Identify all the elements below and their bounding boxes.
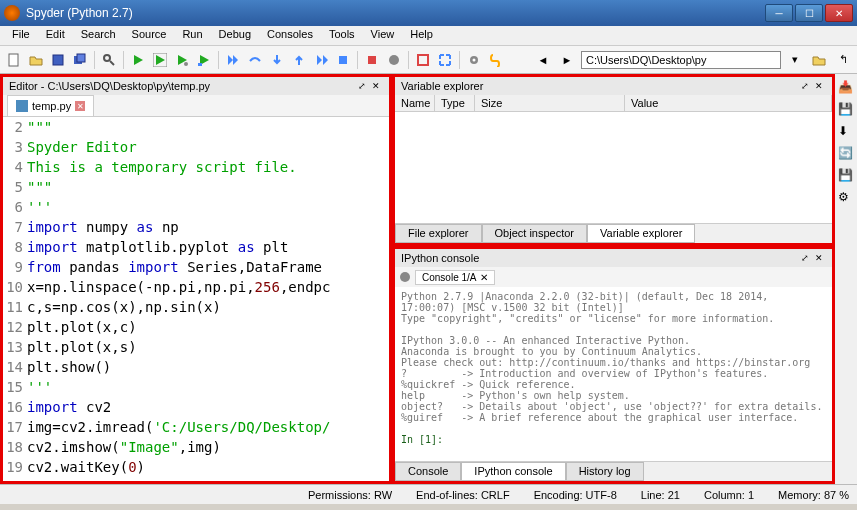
console-output[interactable]: Python 2.7.9 |Anaconda 2.2.0 (32-bit)| (… <box>395 287 832 461</box>
menu-file[interactable]: File <box>4 26 38 45</box>
menu-view[interactable]: View <box>363 26 403 45</box>
console-tab-label: Console 1/A <box>422 272 476 283</box>
restart-kernel-icon[interactable] <box>384 50 404 70</box>
svg-rect-1 <box>53 55 63 65</box>
svg-point-14 <box>473 58 476 61</box>
status-eol: End-of-lines: CRLF <box>416 489 510 501</box>
varex-toolbar: 📥 💾 ⬇ 🔄 💾 ⚙ <box>835 74 857 484</box>
import-data-icon[interactable]: 📥 <box>838 80 854 96</box>
ipy-title-label: IPython console <box>401 252 479 264</box>
menu-help[interactable]: Help <box>402 26 441 45</box>
menu-consoles[interactable]: Consoles <box>259 26 321 45</box>
spyder-icon <box>4 5 20 21</box>
svg-point-4 <box>104 55 110 61</box>
editor-title-label: Editor - C:\Users\DQ\Desktop\py\temp.py <box>9 80 210 92</box>
menubar: File Edit Search Source Run Debug Consol… <box>0 26 857 46</box>
toolbar: ◄ ► ▾ ↰ <box>0 46 857 74</box>
tab-history-log[interactable]: History log <box>566 462 644 481</box>
save-icon[interactable] <box>48 50 68 70</box>
col-name[interactable]: Name <box>395 95 435 111</box>
tab-console[interactable]: Console <box>395 462 461 481</box>
save-as-icon[interactable]: ⬇ <box>838 124 854 140</box>
status-line: Line: 21 <box>641 489 680 501</box>
menu-edit[interactable]: Edit <box>38 26 73 45</box>
new-file-icon[interactable] <box>4 50 24 70</box>
options-icon[interactable]: ⚙ <box>838 190 854 206</box>
varex-close-icon[interactable]: ✕ <box>812 79 826 93</box>
col-value[interactable]: Value <box>625 95 832 111</box>
status-column: Column: 1 <box>704 489 754 501</box>
menu-search[interactable]: Search <box>73 26 124 45</box>
maximize-pane-icon[interactable] <box>413 50 433 70</box>
forward-icon[interactable]: ► <box>557 50 577 70</box>
svg-rect-10 <box>368 56 376 64</box>
back-icon[interactable]: ◄ <box>533 50 553 70</box>
tab-file-explorer[interactable]: File explorer <box>395 224 482 243</box>
parent-dir-icon[interactable]: ↰ <box>833 50 853 70</box>
step-out-icon[interactable] <box>289 50 309 70</box>
svg-rect-9 <box>339 56 347 64</box>
status-memory: Memory: 87 % <box>778 489 849 501</box>
run-config-icon[interactable] <box>172 50 192 70</box>
console-tab[interactable]: Console 1/A ✕ <box>415 270 495 285</box>
varex-header: Name Type Size Value <box>395 95 832 112</box>
stop-icon[interactable] <box>362 50 382 70</box>
find-icon[interactable] <box>99 50 119 70</box>
refresh-icon[interactable]: 🔄 <box>838 146 854 162</box>
python-file-icon <box>16 100 28 112</box>
menu-tools[interactable]: Tools <box>321 26 363 45</box>
editor-undock-icon[interactable]: ⤢ <box>355 79 369 93</box>
menu-debug[interactable]: Debug <box>211 26 259 45</box>
svg-point-16 <box>400 272 410 282</box>
debug-icon[interactable] <box>223 50 243 70</box>
console-text: Python 2.7.9 |Anaconda 2.2.0 (32-bit)| (… <box>401 291 822 423</box>
save-icon-2[interactable]: 💾 <box>838 168 854 184</box>
window-title: Spyder (Python 2.7) <box>26 6 765 20</box>
save-data-icon[interactable]: 💾 <box>838 102 854 118</box>
code-editor[interactable]: 2"""3Spyder Editor4This is a temporary s… <box>3 117 389 481</box>
tab-label: temp.py <box>32 100 71 112</box>
continue-icon[interactable] <box>311 50 331 70</box>
browse-icon[interactable] <box>809 50 829 70</box>
varex-pane-title: Variable explorer ⤢ ✕ <box>395 77 832 95</box>
ipy-undock-icon[interactable]: ⤢ <box>798 251 812 265</box>
step-over-icon[interactable] <box>245 50 265 70</box>
maximize-button[interactable]: ☐ <box>795 4 823 22</box>
save-all-icon[interactable] <box>70 50 90 70</box>
console-tab-close-icon[interactable]: ✕ <box>480 272 488 283</box>
run-selection-icon[interactable] <box>194 50 214 70</box>
ipy-close-icon[interactable]: ✕ <box>812 251 826 265</box>
svg-rect-8 <box>198 63 202 66</box>
svg-point-7 <box>184 62 188 66</box>
step-into-icon[interactable] <box>267 50 287 70</box>
editor-close-icon[interactable]: ✕ <box>369 79 383 93</box>
menu-source[interactable]: Source <box>124 26 175 45</box>
kernel-icon <box>399 271 411 283</box>
col-type[interactable]: Type <box>435 95 475 111</box>
tab-object-inspector[interactable]: Object inspector <box>482 224 587 243</box>
run-icon[interactable] <box>128 50 148 70</box>
path-input[interactable] <box>581 51 781 69</box>
stop-debug-icon[interactable] <box>333 50 353 70</box>
svg-rect-0 <box>9 54 18 66</box>
menu-run[interactable]: Run <box>174 26 210 45</box>
run-cell-icon[interactable] <box>150 50 170 70</box>
window-titlebar: Spyder (Python 2.7) ─ ☐ ✕ <box>0 0 857 26</box>
col-size[interactable]: Size <box>475 95 625 111</box>
file-tab[interactable]: temp.py ✕ <box>7 95 94 116</box>
python-path-icon[interactable] <box>486 50 506 70</box>
svg-line-5 <box>110 61 114 65</box>
fullscreen-icon[interactable] <box>435 50 455 70</box>
tab-variable-explorer[interactable]: Variable explorer <box>587 224 695 243</box>
svg-rect-15 <box>16 100 28 112</box>
path-dropdown-icon[interactable]: ▾ <box>785 50 805 70</box>
open-file-icon[interactable] <box>26 50 46 70</box>
console-prompt: In [1]: <box>401 434 443 445</box>
minimize-button[interactable]: ─ <box>765 4 793 22</box>
tab-close-icon[interactable]: ✕ <box>75 101 85 111</box>
varex-title-label: Variable explorer <box>401 80 483 92</box>
varex-undock-icon[interactable]: ⤢ <box>798 79 812 93</box>
preferences-icon[interactable] <box>464 50 484 70</box>
close-button[interactable]: ✕ <box>825 4 853 22</box>
tab-ipython-console[interactable]: IPython console <box>461 462 565 481</box>
